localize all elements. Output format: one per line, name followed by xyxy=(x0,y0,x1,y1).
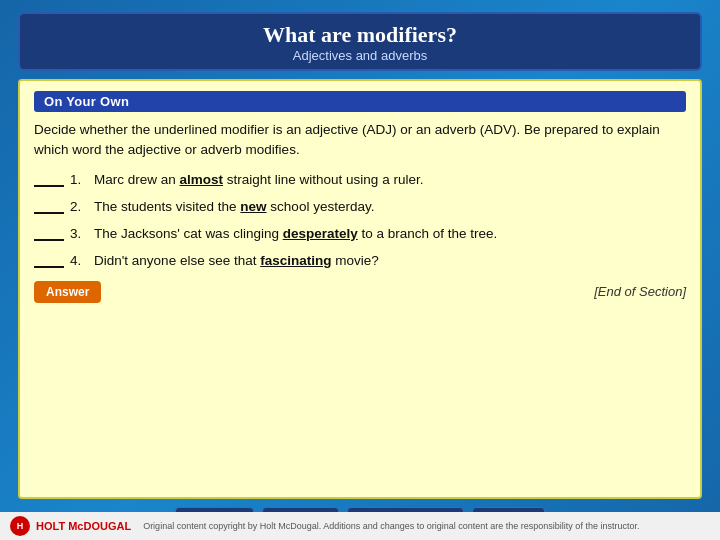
footer: H HOLT McDOUGAL Original content copyrig… xyxy=(0,512,720,540)
underlined-word-4: fascinating xyxy=(260,253,331,268)
instructions-text: Decide whether the underlined modifier i… xyxy=(34,120,686,159)
underlined-word-2: new xyxy=(240,199,266,214)
answer-row: Answer [End of Section] xyxy=(34,281,686,303)
holt-logo-icon: H xyxy=(10,516,30,536)
list-item: 4. Didn't anyone else see that fascinati… xyxy=(34,252,686,271)
exercise-list: 1. Marc drew an almost straight line wit… xyxy=(34,171,686,271)
underlined-word-3: desperately xyxy=(283,226,358,241)
item-number-4: 4. xyxy=(70,252,90,271)
brand-name: HOLT McDOUGAL xyxy=(36,520,131,532)
section-badge: On Your Own xyxy=(34,91,686,112)
answer-blank-1 xyxy=(34,173,64,187)
main-wrapper: What are modifiers? Adjectives and adver… xyxy=(0,0,720,540)
answer-button[interactable]: Answer xyxy=(34,281,101,303)
item-text-1: Marc drew an almost straight line withou… xyxy=(94,171,686,190)
list-item: 1. Marc drew an almost straight line wit… xyxy=(34,171,686,190)
item-text-4: Didn't anyone else see that fascinating … xyxy=(94,252,686,271)
list-item: 3. The Jacksons' cat was clinging desper… xyxy=(34,225,686,244)
end-of-section-label: [End of Section] xyxy=(594,284,686,299)
item-number-3: 3. xyxy=(70,225,90,244)
answer-blank-2 xyxy=(34,200,64,214)
page-title: What are modifiers? xyxy=(30,22,690,48)
item-text-3: The Jacksons' cat was clinging desperate… xyxy=(94,225,686,244)
holt-logo: H HOLT McDOUGAL xyxy=(10,516,131,536)
underlined-word-1: almost xyxy=(180,172,224,187)
page-subtitle: Adjectives and adverbs xyxy=(30,48,690,63)
footer-copyright: Original content copyright by Holt McDou… xyxy=(143,521,639,531)
answer-blank-3 xyxy=(34,227,64,241)
content-area: On Your Own Decide whether the underline… xyxy=(18,79,702,499)
list-item: 2. The students visited the new school y… xyxy=(34,198,686,217)
item-text-2: The students visited the new school yest… xyxy=(94,198,686,217)
item-number-1: 1. xyxy=(70,171,90,190)
item-number-2: 2. xyxy=(70,198,90,217)
answer-blank-4 xyxy=(34,254,64,268)
title-box: What are modifiers? Adjectives and adver… xyxy=(18,12,702,71)
